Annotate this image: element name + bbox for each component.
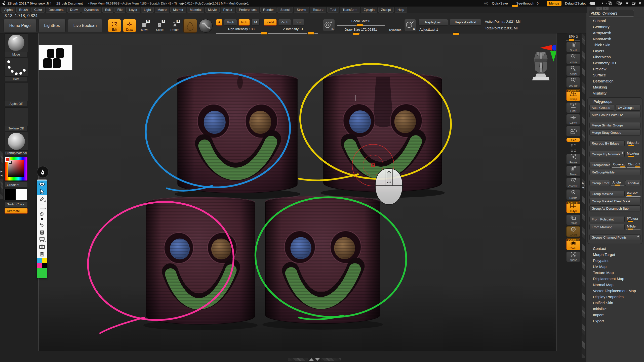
panel-section-contact[interactable]: Contact — [586, 246, 644, 252]
pg-button-auto-groups-with-uv[interactable]: Auto Groups With UV — [589, 112, 640, 118]
menu-item-zscript[interactable]: Zscript — [378, 7, 394, 13]
color-swatch-green-active[interactable] — [37, 268, 47, 278]
tray-item-move[interactable]: Move — [5, 33, 28, 57]
menu-item-color[interactable]: Color — [31, 7, 45, 13]
menu-item-render[interactable]: Render — [260, 7, 277, 13]
pg-slider-polishg[interactable]: PolishG — [626, 190, 640, 197]
pg-button-uv-groups[interactable]: Uv Groups — [616, 105, 640, 111]
eraser-tool-button[interactable] — [38, 210, 46, 217]
live-boolean-button[interactable]: Live Boolean — [68, 19, 103, 32]
alternate-button[interactable]: Alternate — [5, 208, 28, 214]
panel-section-displacement-map[interactable]: Displacement Map — [586, 276, 644, 282]
switchcolor-button[interactable]: SwitchColor — [5, 201, 28, 207]
pg-slider-angle[interactable]: Angle — [611, 179, 624, 186]
scale-mode-button[interactable]: S Scale — [153, 19, 166, 32]
shelf-button-scroll[interactable]: Scroll — [566, 42, 580, 52]
adjust-last-slider[interactable]: AdjustLast 1 — [418, 28, 473, 34]
whiteboard-button[interactable] — [38, 236, 46, 243]
shelf-button-zoom3d[interactable]: Zoom3D — [566, 177, 580, 188]
menu-item-macro[interactable]: Macro — [155, 7, 169, 13]
panel-section-geometry[interactable]: Geometry — [586, 24, 644, 30]
shelf-button-xpose[interactable]: Xpose — [566, 251, 580, 262]
shelf-button-ghost[interactable]: Ghost — [566, 226, 580, 237]
pg-button-regroup-by-edges[interactable]: Regroup By Edges — [589, 140, 625, 146]
panel-section-polypaint[interactable]: Polypaint — [586, 258, 644, 264]
pg-button-from-masking[interactable]: From Masking — [589, 224, 625, 230]
cycle-ui-right-icon[interactable] — [616, 1, 622, 5]
main-color-swatch[interactable] — [5, 189, 16, 200]
divider-bars-left-icon[interactable] — [589, 2, 595, 5]
empty-thumbnail[interactable] — [5, 83, 28, 101]
shelf-button-xyz[interactable]: XYZ — [566, 138, 580, 142]
pg-button-groupvisible[interactable]: GroupVisible — [589, 162, 611, 168]
panel-section-masking[interactable]: Masking — [586, 84, 644, 90]
material-sphere-button[interactable] — [199, 19, 213, 33]
shelf-button-persp[interactable]: DynamicPersp — [566, 89, 580, 101]
focal-shift-slider[interactable]: Focal Shift 0 — [337, 19, 385, 26]
shelf-button-move[interactable]: Move — [566, 166, 580, 176]
menu-item-movie[interactable]: Movie — [205, 7, 220, 13]
shelf-button-solo[interactable]: DynamicSolo — [566, 238, 580, 250]
cursor-tool-button[interactable] — [38, 188, 46, 195]
right-tray-scrollbar[interactable] — [582, 33, 585, 358]
cylinder-bottom-right[interactable] — [263, 196, 383, 330]
minimize-icon[interactable] — [625, 2, 629, 5]
tray-item-dots[interactable]: Dots — [5, 58, 28, 82]
pencil-tool-button[interactable] — [38, 195, 46, 202]
zcut-button[interactable]: Zcut — [293, 19, 304, 26]
undo-button[interactable] — [38, 221, 46, 228]
left-tray-handle[interactable]: ▶ ◀ — [1, 151, 3, 199]
canvas-document[interactable] — [38, 33, 556, 351]
tray-item-startupmaterial[interactable]: StartupMaterial — [5, 132, 28, 156]
draw-size-slider[interactable]: Draw Size 172.05351 Dynamic — [337, 28, 385, 34]
menus-button[interactable]: Menus — [547, 1, 561, 6]
polygroups-title[interactable]: Polygroups — [589, 99, 640, 105]
panel-section-layers[interactable]: Layers — [586, 48, 644, 54]
panel-section-subtool[interactable]: Subtool — [586, 18, 644, 24]
empty-thumbnail[interactable] — [5, 107, 28, 126]
pg-slider-maxang[interactable]: MaxAng — [626, 151, 640, 157]
annotation-pen-button[interactable] — [37, 166, 49, 178]
shelf-button-polyf[interactable]: Line FillPolyF — [566, 201, 580, 213]
zsub-button[interactable]: Zsub — [278, 19, 291, 26]
rgb-button[interactable]: Rgb — [238, 19, 250, 26]
panel-section-nanomesh[interactable]: NanoMesh — [586, 36, 644, 42]
panel-section-texture-map[interactable]: Texture Map — [586, 270, 644, 276]
menu-item-material[interactable]: Material — [187, 7, 204, 13]
move-brush-thumbnail[interactable] — [5, 33, 28, 52]
shelf-button-actual[interactable]: x1Actual — [566, 65, 580, 76]
notes-button[interactable] — [38, 250, 46, 257]
color-swatch-black[interactable] — [42, 263, 47, 268]
bottom-tray-handle[interactable] — [288, 358, 341, 361]
color-picker-handle[interactable] — [9, 161, 12, 164]
menu-item-light[interactable]: Light — [141, 7, 154, 13]
pg-slider-mtoler[interactable]: MToler — [626, 223, 640, 230]
see-through-thumb[interactable] — [512, 5, 518, 7]
panel-section-export[interactable]: Export — [586, 318, 644, 324]
shelf-button-floor[interactable]: X Y ZFloor — [566, 102, 580, 113]
replay-last-button[interactable]: ReplayLast — [418, 19, 448, 26]
current-tool-name[interactable]: PM3D_Cylinder3 — [589, 10, 634, 17]
pg-button-groups-by-normals[interactable]: Groups By Normals — [589, 151, 625, 157]
panel-section-visibility[interactable]: Visibility — [586, 90, 644, 96]
menu-item-dynamics[interactable]: Dynamics — [82, 7, 101, 13]
sculptris-pro-button[interactable] — [183, 19, 197, 33]
z-intensity-slider[interactable]: Z Intensity 51 — [268, 27, 318, 34]
replay-last-rel-button[interactable]: ReplayLastRel — [450, 19, 481, 26]
lightbox-button[interactable]: LightBox — [38, 19, 66, 32]
menu-item-marker[interactable]: Marker — [170, 7, 186, 13]
shelf-button-camera-lock[interactable] — [566, 126, 580, 137]
menu-item-layer[interactable]: Layer — [126, 7, 140, 13]
shelf-button-rotate-y[interactable]: Y — [568, 143, 579, 147]
pg-slider-coverag[interactable]: Coverag — [612, 161, 626, 168]
shelf-button-l-sym[interactable]: L.Sym — [566, 114, 580, 125]
menu-item-edit[interactable]: Edit — [102, 7, 113, 13]
gradient-button[interactable]: Gradient — [5, 182, 28, 188]
panel-section-fibermesh[interactable]: FiberMesh — [586, 54, 644, 60]
anchor-a-button[interactable]: A — [216, 19, 222, 26]
divider-bars-right-icon[interactable] — [598, 2, 603, 5]
panel-section-vector-displacement-map[interactable]: Vector Displacement Map — [586, 288, 644, 294]
panel-section-normal-map[interactable]: Normal Map — [586, 282, 644, 288]
zadd-button[interactable]: Zadd — [264, 19, 277, 26]
menu-item-file[interactable]: File — [114, 7, 125, 13]
